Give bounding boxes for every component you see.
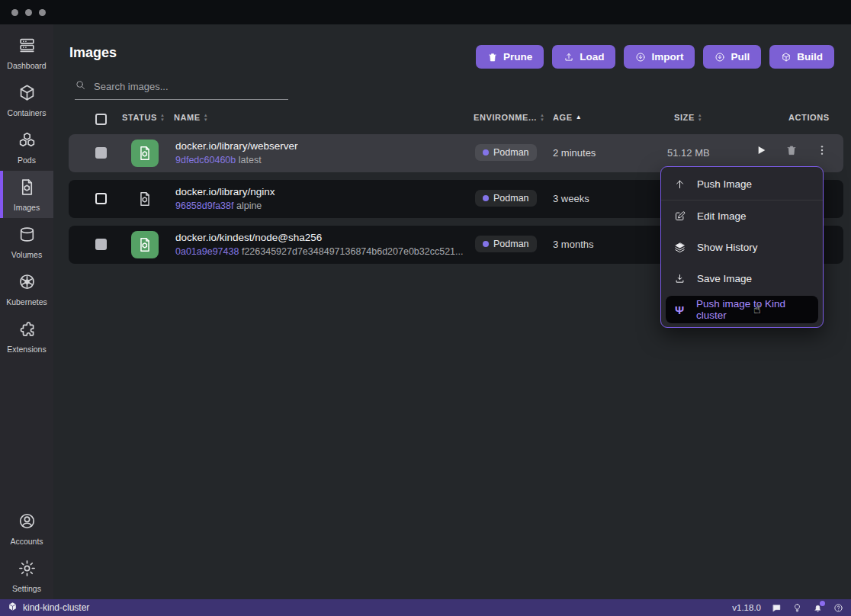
layers-icon bbox=[674, 242, 686, 253]
sidebar-nav: DashboardContainersPodsImagesVolumesKube… bbox=[0, 29, 53, 360]
environment-label: Podman bbox=[493, 239, 529, 249]
image-name: docker.io/kindest/node@sha256 bbox=[175, 231, 464, 245]
prune-button[interactable]: Prune bbox=[476, 45, 544, 69]
search-input[interactable] bbox=[92, 80, 278, 93]
feedback-icon[interactable] bbox=[772, 603, 782, 613]
sidebar-item-dashboard[interactable]: Dashboard bbox=[0, 29, 53, 76]
search-bar[interactable] bbox=[75, 79, 288, 100]
sidebar-item-label: Volumes bbox=[11, 250, 42, 259]
sidebar-item-label: Extensions bbox=[7, 345, 46, 354]
image-name-cell[interactable]: docker.io/kindest/node@sha2560a01a9e9743… bbox=[175, 231, 464, 258]
kind-cluster-status[interactable]: kind-kind-cluster bbox=[8, 602, 89, 614]
image-hash: 9dfedc60460b bbox=[175, 155, 236, 165]
window-minimize-button[interactable] bbox=[25, 9, 32, 16]
column-label: NAME bbox=[174, 113, 201, 122]
upload-icon bbox=[564, 52, 574, 63]
sidebar-item-images[interactable]: Images bbox=[0, 171, 53, 218]
podman-dot-icon bbox=[483, 195, 489, 201]
image-name-cell[interactable]: docker.io/library/nginx96858d9fa38f alpi… bbox=[175, 185, 275, 213]
sidebar-item-label: Accounts bbox=[10, 537, 43, 546]
sidebar-item-label: Images bbox=[14, 203, 40, 212]
sidebar-item-accounts[interactable]: Accounts bbox=[0, 505, 53, 552]
run-image-button[interactable] bbox=[755, 144, 767, 156]
row-actions bbox=[755, 144, 828, 156]
menu-item-label: Show History bbox=[697, 242, 758, 253]
help-icon[interactable] bbox=[833, 603, 843, 613]
window-close-button[interactable] bbox=[11, 9, 18, 16]
row-checkbox[interactable] bbox=[95, 193, 107, 204]
download-circle-icon bbox=[635, 52, 646, 63]
app-version: v1.18.0 bbox=[732, 603, 761, 612]
notification-dot bbox=[820, 601, 825, 606]
sort-icon: ▲▼ bbox=[540, 114, 545, 122]
more-actions-button[interactable] bbox=[816, 144, 828, 156]
menu-item-label: Push image to Kind cluster bbox=[696, 298, 810, 321]
column-label: AGE bbox=[553, 113, 573, 122]
row-checkbox[interactable] bbox=[95, 239, 107, 250]
button-label: Pull bbox=[731, 51, 750, 63]
age-cell: 2 minutes bbox=[553, 147, 596, 159]
notifications-bell-icon[interactable] bbox=[813, 603, 823, 613]
containers-icon bbox=[18, 83, 37, 105]
trash-icon bbox=[487, 52, 498, 63]
sidebar-item-label: Dashboard bbox=[7, 61, 46, 70]
button-label: Build bbox=[797, 51, 823, 63]
search-icon bbox=[75, 79, 86, 94]
column-header-name[interactable]: NAME▲▼ bbox=[174, 113, 208, 122]
image-tag: latest bbox=[239, 155, 262, 165]
button-label: Load bbox=[580, 51, 604, 63]
sidebar-item-kubernetes[interactable]: Kubernetes bbox=[0, 265, 53, 313]
menu-item-push-image-to-kind-cluster[interactable]: ΨPush image to Kind cluster bbox=[666, 296, 818, 323]
sidebar-item-pods[interactable]: Pods bbox=[0, 124, 53, 171]
menu-item-label: Push Image bbox=[697, 178, 752, 190]
column-header-status[interactable]: STATUS▲▼ bbox=[122, 113, 165, 122]
tips-icon[interactable] bbox=[792, 603, 802, 613]
image-subtitle: 9dfedc60460b latest bbox=[175, 153, 298, 167]
image-subtitle: 0a01a9e97438 f226345927d7e348497136874b6… bbox=[175, 245, 464, 258]
cluster-name: kind-kind-cluster bbox=[23, 602, 89, 613]
menu-item-show-history[interactable]: Show History bbox=[661, 232, 823, 263]
column-header-size[interactable]: SIZE▲▼ bbox=[674, 113, 702, 122]
button-label: Import bbox=[651, 51, 683, 63]
column-header-age[interactable]: AGE▲ bbox=[553, 113, 582, 122]
build-button[interactable]: Build bbox=[769, 45, 834, 69]
import-button[interactable]: Import bbox=[624, 45, 695, 69]
sidebar-item-label: Containers bbox=[8, 108, 47, 117]
image-status-icon bbox=[131, 231, 159, 258]
menu-item-edit-image[interactable]: Edit Image bbox=[661, 201, 823, 232]
volumes-icon bbox=[18, 225, 37, 247]
sort-icon: ▲▼ bbox=[204, 114, 209, 122]
sort-ascending-icon: ▲ bbox=[576, 114, 583, 120]
sidebar: DashboardContainersPodsImagesVolumesKube… bbox=[0, 24, 53, 599]
image-actions-context-menu: Push ImageEdit ImageShow HistorySave Ima… bbox=[660, 166, 824, 328]
size-cell: 51.12 MB bbox=[667, 147, 710, 159]
sidebar-item-volumes[interactable]: Volumes bbox=[0, 218, 53, 265]
menu-item-label: Edit Image bbox=[697, 210, 747, 222]
image-name-cell[interactable]: docker.io/library/webserver9dfedc60460b … bbox=[175, 140, 298, 167]
load-button[interactable]: Load bbox=[552, 45, 615, 69]
sort-icon: ▲▼ bbox=[160, 114, 165, 122]
sidebar-item-containers[interactable]: Containers bbox=[0, 76, 53, 124]
window-zoom-button[interactable] bbox=[39, 9, 46, 16]
download-circle-icon bbox=[715, 52, 725, 63]
pull-button[interactable]: Pull bbox=[703, 45, 761, 69]
kind-icon: Ψ bbox=[674, 304, 685, 316]
menu-item-label: Save Image bbox=[697, 273, 752, 284]
column-header-environme[interactable]: ENVIRONME...▲▼ bbox=[474, 113, 545, 122]
select-all-checkbox[interactable] bbox=[95, 114, 107, 125]
menu-item-save-image[interactable]: Save Image bbox=[661, 263, 823, 294]
column-header-actions: ACTIONS bbox=[788, 113, 830, 122]
row-checkbox[interactable] bbox=[95, 147, 107, 159]
sidebar-item-settings[interactable]: Settings bbox=[0, 552, 53, 599]
delete-image-button[interactable] bbox=[785, 144, 798, 156]
sidebar-spacer bbox=[0, 360, 53, 505]
sidebar-item-label: Kubernetes bbox=[6, 297, 47, 306]
arrow-up-icon bbox=[674, 178, 686, 190]
environment-badge: Podman bbox=[475, 236, 537, 252]
age-cell: 3 months bbox=[553, 239, 593, 250]
accounts-icon bbox=[18, 512, 37, 534]
sidebar-item-extensions[interactable]: Extensions bbox=[0, 313, 53, 360]
menu-item-push-image[interactable]: Push Image bbox=[661, 168, 823, 201]
image-name: docker.io/library/nginx bbox=[175, 185, 275, 199]
podman-dot-icon bbox=[483, 149, 489, 156]
